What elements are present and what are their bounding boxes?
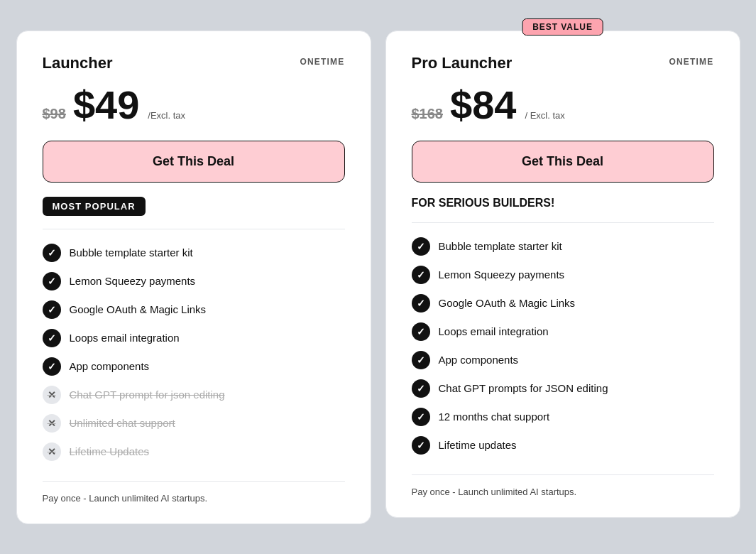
- list-item: ✓ App components: [43, 357, 345, 376]
- feature-text: Chat GPT prompt for json editing: [70, 389, 225, 401]
- pro-launcher-original-price: $168: [412, 106, 444, 122]
- check-icon: ✓: [412, 237, 430, 256]
- feature-text: Lemon Squeezy payments: [439, 268, 565, 281]
- launcher-onetime: ONETIME: [300, 57, 344, 67]
- check-icon: ✓: [412, 436, 430, 455]
- list-item: ✓ Loops email integration: [412, 322, 714, 341]
- list-item: ✓ Loops email integration: [43, 329, 345, 347]
- list-item-disabled: ✕ Chat GPT prompt for json editing: [43, 386, 345, 404]
- best-value-badge: BEST VALUE: [522, 18, 603, 36]
- pro-launcher-cta-button[interactable]: Get This Deal: [412, 141, 714, 183]
- launcher-header: Launcher ONETIME: [43, 54, 345, 72]
- feature-text: Loops email integration: [439, 325, 549, 337]
- check-icon: ✓: [43, 300, 61, 319]
- pricing-container: Launcher ONETIME $98 $49 /Excl. tax Get …: [16, 31, 740, 524]
- feature-text: 12 months chat support: [439, 411, 550, 423]
- feature-text: Bubble template starter kit: [70, 246, 193, 259]
- feature-text: Google OAuth & Magic Links: [439, 297, 576, 309]
- list-item: ✓ Lemon Squeezy payments: [412, 266, 714, 284]
- pro-launcher-header: Pro Launcher ONETIME: [412, 54, 714, 72]
- x-icon: ✕: [43, 386, 61, 404]
- launcher-feature-list: ✓ Bubble template starter kit ✓ Lemon Sq…: [43, 244, 345, 461]
- feature-text: Lifetime updates: [439, 439, 517, 451]
- feature-text: Loops email integration: [70, 332, 180, 344]
- pro-launcher-price-row: $168 $84 / Excl. tax: [412, 85, 714, 125]
- list-item: ✓ Lemon Squeezy payments: [43, 272, 345, 290]
- pro-launcher-excl-tax: / Excl. tax: [525, 110, 564, 121]
- list-item: ✓ Bubble template starter kit: [412, 237, 714, 256]
- feature-text: Bubble template starter kit: [439, 240, 562, 252]
- x-icon: ✕: [43, 414, 61, 433]
- list-item: ✓ Chat GPT prompts for JSON editing: [412, 379, 714, 398]
- feature-text: Google OAuth & Magic Links: [70, 303, 207, 315]
- check-icon: ✓: [412, 322, 430, 341]
- launcher-card: Launcher ONETIME $98 $49 /Excl. tax Get …: [16, 31, 371, 524]
- pro-launcher-feature-list: ✓ Bubble template starter kit ✓ Lemon Sq…: [412, 237, 714, 455]
- check-icon: ✓: [43, 244, 61, 262]
- feature-text: App components: [439, 354, 519, 366]
- pro-launcher-footer: Pay once - Launch unlimited AI startups.: [412, 474, 714, 497]
- list-item-disabled: ✕ Unlimited chat support: [43, 414, 345, 433]
- check-icon: ✓: [43, 329, 61, 347]
- pro-launcher-card: BEST VALUE Pro Launcher ONETIME $168 $84…: [385, 31, 740, 518]
- pro-launcher-badge: FOR SERIOUS BUILDERS!: [412, 197, 714, 210]
- check-icon: ✓: [412, 294, 430, 313]
- launcher-footer: Pay once - Launch unlimited AI startups.: [43, 481, 345, 504]
- pro-launcher-current-price: $84: [450, 85, 516, 125]
- list-item: ✓ Bubble template starter kit: [43, 244, 345, 262]
- pro-launcher-plan-name: Pro Launcher: [412, 54, 513, 72]
- list-item: ✓ 12 months chat support: [412, 408, 714, 426]
- feature-text: Unlimited chat support: [70, 417, 175, 429]
- check-icon: ✓: [412, 266, 430, 284]
- pro-launcher-onetime: ONETIME: [669, 57, 713, 67]
- list-item-disabled: ✕ Lifetime Updates: [43, 442, 345, 461]
- check-icon: ✓: [412, 408, 430, 426]
- launcher-current-price: $49: [73, 85, 139, 125]
- list-item: ✓ Google OAuth & Magic Links: [43, 300, 345, 319]
- launcher-excl-tax: /Excl. tax: [148, 110, 185, 121]
- launcher-cta-button[interactable]: Get This Deal: [43, 141, 345, 183]
- check-icon: ✓: [43, 272, 61, 290]
- launcher-original-price: $98: [43, 106, 66, 122]
- feature-text: Chat GPT prompts for JSON editing: [439, 382, 608, 394]
- feature-text: Lemon Squeezy payments: [70, 275, 196, 287]
- list-item: ✓ App components: [412, 351, 714, 369]
- launcher-divider: [43, 229, 345, 229]
- feature-text: App components: [70, 360, 150, 372]
- feature-text: Lifetime Updates: [70, 445, 150, 457]
- launcher-price-row: $98 $49 /Excl. tax: [43, 85, 345, 125]
- check-icon: ✓: [412, 351, 430, 369]
- launcher-plan-name: Launcher: [43, 54, 113, 72]
- x-icon: ✕: [43, 442, 61, 461]
- check-icon: ✓: [412, 379, 430, 398]
- list-item: ✓ Lifetime updates: [412, 436, 714, 455]
- launcher-badge: MOST POPULAR: [43, 197, 345, 229]
- check-icon: ✓: [43, 357, 61, 376]
- pro-launcher-divider: [412, 222, 714, 223]
- launcher-popular-badge: MOST POPULAR: [43, 197, 146, 216]
- list-item: ✓ Google OAuth & Magic Links: [412, 294, 714, 313]
